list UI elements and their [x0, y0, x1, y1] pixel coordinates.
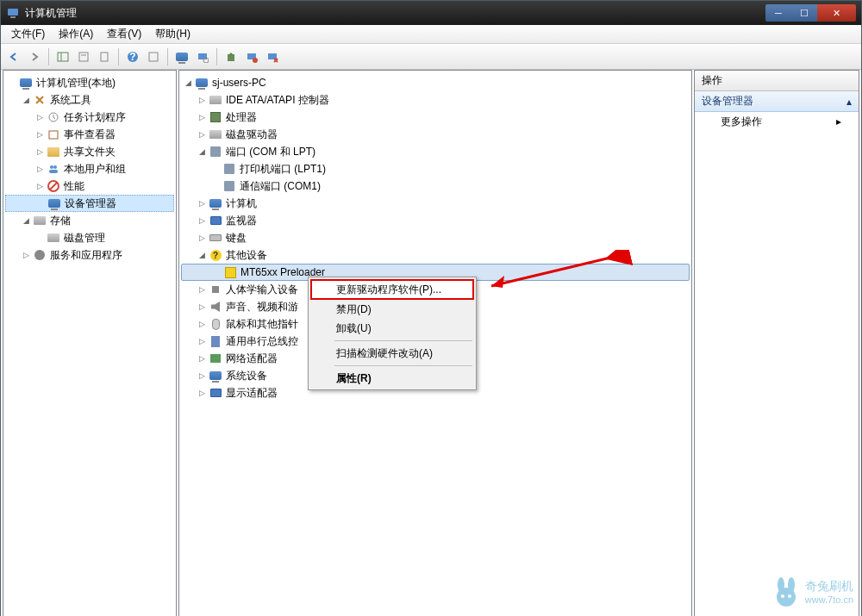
ctx-properties[interactable]: 属性(R): [310, 369, 474, 388]
expand-icon[interactable]: ▷: [197, 129, 207, 140]
ctx-disable[interactable]: 禁用(D): [310, 300, 474, 319]
svg-rect-4: [79, 53, 88, 61]
export-button[interactable]: [95, 47, 114, 66]
minimize-button[interactable]: ─: [765, 4, 791, 22]
scan-hardware-button[interactable]: [193, 47, 212, 66]
monitor-icon: [209, 214, 222, 227]
storage-icon: [33, 214, 47, 227]
watermark-url: www.7to.cn: [805, 594, 853, 605]
window-controls: ─ ☐ ✕: [765, 4, 856, 22]
collapse-icon[interactable]: [7, 78, 17, 88]
blank-icon: [34, 233, 45, 243]
properties-button[interactable]: [74, 47, 93, 66]
disk-icon: [47, 231, 60, 245]
expand-icon[interactable]: ▷: [34, 181, 45, 191]
menu-view[interactable]: 查看(V): [100, 25, 148, 43]
device-ports[interactable]: ◢端口 (COM 和 LPT): [181, 143, 690, 160]
device-comm-port[interactable]: 通信端口 (COM1): [181, 177, 690, 195]
device-root[interactable]: ◢sj-users-PC: [181, 74, 690, 91]
expand-icon[interactable]: ▷: [197, 112, 207, 122]
expand-icon[interactable]: ▷: [197, 319, 207, 329]
ctx-uninstall[interactable]: 卸载(U): [310, 319, 474, 338]
tree-event-viewer[interactable]: ▷事件查看器: [5, 126, 174, 143]
tree-shared-folders[interactable]: ▷共享文件夹: [5, 143, 174, 160]
device-disk-drives[interactable]: ▷磁盘驱动器: [181, 126, 690, 143]
device-ide[interactable]: ▷IDE ATA/ATAPI 控制器: [181, 91, 690, 109]
back-button[interactable]: [4, 47, 23, 66]
svg-rect-0: [8, 9, 18, 16]
expand-icon[interactable]: ▷: [197, 233, 207, 243]
context-menu: 更新驱动程序软件(P)... 禁用(D) 卸载(U) 扫描检测硬件改动(A) 属…: [308, 277, 477, 390]
expand-icon[interactable]: ▷: [34, 129, 45, 140]
expand-icon[interactable]: ▷: [197, 95, 207, 105]
expand-icon[interactable]: ▷: [197, 284, 207, 295]
svg-rect-10: [198, 53, 207, 59]
blank-icon: [210, 164, 221, 174]
svg-point-29: [788, 594, 791, 598]
disable-button[interactable]: [263, 47, 282, 66]
forward-button[interactable]: [25, 47, 44, 66]
computer-icon: [19, 76, 33, 90]
keyboard-icon: [209, 231, 222, 245]
computer-icon-button[interactable]: [172, 47, 191, 66]
device-manager-icon: [47, 196, 61, 210]
expand-icon[interactable]: ▷: [197, 353, 207, 364]
collapse-icon[interactable]: ◢: [21, 215, 31, 226]
titlebar[interactable]: 计算机管理 ─ ☐ ✕: [1, 1, 861, 25]
ctx-update-driver[interactable]: 更新驱动程序软件(P)...: [310, 279, 474, 300]
update-driver-button[interactable]: [222, 47, 240, 66]
left-tree-panel: 计算机管理(本地) ◢系统工具 ▷任务计划程序 ▷事件查看器 ▷共享文件夹 ▷本…: [3, 70, 177, 616]
expand-icon[interactable]: ▷: [34, 164, 45, 174]
device-keyboard[interactable]: ▷键盘: [181, 229, 690, 246]
device-processor[interactable]: ▷处理器: [181, 109, 690, 126]
actions-subheader[interactable]: 设备管理器 ▴: [695, 91, 859, 112]
ctx-separator: [334, 340, 472, 341]
blank-icon: [211, 267, 222, 277]
menu-file[interactable]: 文件(F): [4, 25, 52, 43]
show-hide-tree-button[interactable]: [53, 47, 72, 66]
tree-device-manager[interactable]: 设备管理器: [5, 195, 174, 212]
menu-action[interactable]: 操作(A): [52, 25, 100, 43]
expand-icon[interactable]: ▷: [197, 370, 207, 381]
expand-icon[interactable]: ▷: [197, 388, 207, 398]
uninstall-button[interactable]: [242, 47, 261, 66]
device-computer[interactable]: ▷计算机: [181, 195, 690, 212]
tree-services-apps[interactable]: ▷服务和应用程序: [5, 246, 174, 264]
display-icon: [209, 386, 222, 400]
tree-task-scheduler[interactable]: ▷任务计划程序: [5, 109, 174, 126]
expand-icon[interactable]: ▷: [197, 302, 207, 312]
collapse-icon[interactable]: ◢: [197, 146, 207, 157]
svg-rect-12: [228, 54, 234, 61]
tree-local-users[interactable]: ▷本地用户和组: [5, 160, 174, 177]
collapse-icon[interactable]: ◢: [21, 95, 31, 105]
expand-icon[interactable]: ▷: [34, 112, 45, 122]
toolbar-separator: [48, 48, 49, 65]
tree-disk-management[interactable]: 磁盘管理: [5, 229, 174, 246]
expand-icon[interactable]: ▷: [197, 215, 207, 226]
collapse-icon[interactable]: ◢: [183, 78, 193, 88]
device-monitor[interactable]: ▷监视器: [181, 212, 690, 229]
tree-storage[interactable]: ◢存储: [5, 212, 174, 229]
folder-shared-icon: [47, 145, 60, 159]
expand-icon[interactable]: ▷: [197, 198, 207, 208]
tree-performance[interactable]: ▷性能: [5, 177, 174, 195]
help-button[interactable]: ?: [123, 47, 142, 66]
device-printer-port[interactable]: 打印机端口 (LPT1): [181, 160, 690, 177]
svg-line-22: [50, 183, 57, 190]
collapse-icon[interactable]: ◢: [197, 250, 207, 260]
action-more[interactable]: 更多操作 ▸: [695, 112, 859, 131]
tree-system-tools[interactable]: ◢系统工具: [5, 91, 174, 109]
ctx-separator: [334, 365, 472, 366]
expand-icon[interactable]: ▷: [34, 146, 45, 157]
maximize-button[interactable]: ☐: [791, 4, 817, 22]
sound-icon: [209, 300, 222, 314]
ctx-scan-hardware[interactable]: 扫描检测硬件改动(A): [310, 344, 474, 363]
close-button[interactable]: ✕: [817, 4, 856, 22]
expand-icon[interactable]: ▷: [21, 250, 31, 260]
menu-help[interactable]: 帮助(H): [148, 25, 197, 43]
view-button[interactable]: [144, 47, 163, 66]
expand-icon[interactable]: ▷: [197, 336, 207, 346]
tree-root-local[interactable]: 计算机管理(本地): [5, 74, 174, 91]
svg-rect-20: [49, 170, 58, 173]
device-other[interactable]: ◢?其他设备: [181, 246, 690, 264]
